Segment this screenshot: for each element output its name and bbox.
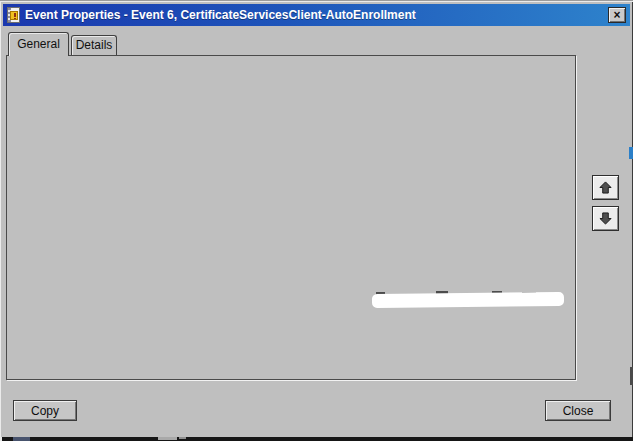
tab-general[interactable]: General — [8, 32, 69, 56]
exclamation-mark — [14, 13, 16, 17]
close-dialog-button[interactable]: Close — [545, 400, 611, 421]
exclamation-dot — [14, 18, 16, 19]
window-title: Event Properties - Event 6, CertificateS… — [25, 8, 416, 22]
background-window-fragment — [158, 437, 177, 440]
event-properties-dialog: Event Properties - Event 6, CertificateS… — [0, 0, 633, 441]
up-arrow-icon — [599, 181, 612, 194]
close-icon: × — [613, 9, 620, 21]
previous-event-button[interactable] — [592, 175, 619, 200]
background-window-fragment — [13, 437, 30, 441]
warning-badge — [10, 11, 18, 20]
background-window-fragment — [629, 147, 633, 159]
next-event-button[interactable] — [592, 206, 619, 231]
tab-page-general — [6, 55, 576, 380]
close-button[interactable]: × — [608, 7, 626, 23]
tab-details[interactable]: Details — [71, 35, 117, 55]
background-window-strip — [0, 437, 633, 441]
background-window-fragment — [0, 437, 2, 441]
background-window-fragment — [179, 437, 186, 439]
copy-button[interactable]: Copy — [13, 400, 77, 421]
event-document-icon — [7, 7, 20, 23]
down-arrow-icon — [599, 212, 612, 225]
titlebar[interactable]: Event Properties - Event 6, CertificateS… — [3, 4, 630, 26]
computer-redaction — [372, 292, 564, 308]
